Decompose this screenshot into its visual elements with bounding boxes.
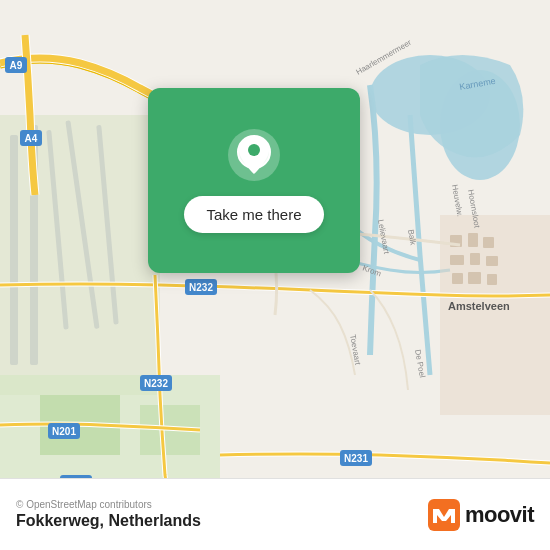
svg-point-50 bbox=[248, 144, 260, 156]
svg-rect-21 bbox=[468, 272, 481, 284]
svg-rect-15 bbox=[468, 233, 478, 247]
svg-text:A4: A4 bbox=[25, 133, 38, 144]
bottom-bar: © OpenStreetMap contributors Fokkerweg, … bbox=[0, 478, 550, 550]
svg-text:N232: N232 bbox=[144, 378, 168, 389]
svg-rect-51 bbox=[428, 499, 460, 531]
moovit-brand-text: moovit bbox=[465, 502, 534, 528]
location-card: Take me there bbox=[148, 88, 360, 273]
attribution-text: © OpenStreetMap contributors bbox=[16, 499, 201, 510]
svg-rect-18 bbox=[470, 253, 480, 265]
svg-rect-9 bbox=[0, 115, 160, 395]
svg-text:Amstelveen: Amstelveen bbox=[448, 300, 510, 312]
moovit-logo: moovit bbox=[428, 499, 534, 531]
bottom-left: © OpenStreetMap contributors Fokkerweg, … bbox=[16, 499, 201, 530]
svg-text:N232: N232 bbox=[189, 282, 213, 293]
map-container: A9 A4 N232 N232 N232 N231 N201 Amstelvee… bbox=[0, 0, 550, 550]
location-name: Fokkerweg, Netherlands bbox=[16, 512, 201, 530]
pin-icon bbox=[227, 128, 281, 182]
svg-text:A9: A9 bbox=[10, 60, 23, 71]
svg-rect-22 bbox=[487, 274, 497, 285]
svg-rect-20 bbox=[452, 273, 463, 284]
svg-text:N231: N231 bbox=[344, 453, 368, 464]
svg-rect-17 bbox=[450, 255, 464, 265]
moovit-brand-icon bbox=[428, 499, 460, 531]
take-me-there-button[interactable]: Take me there bbox=[184, 196, 323, 233]
svg-rect-19 bbox=[486, 256, 498, 266]
svg-text:N201: N201 bbox=[52, 426, 76, 437]
svg-rect-16 bbox=[483, 237, 494, 248]
map-background: A9 A4 N232 N232 N232 N231 N201 Amstelvee… bbox=[0, 0, 550, 550]
